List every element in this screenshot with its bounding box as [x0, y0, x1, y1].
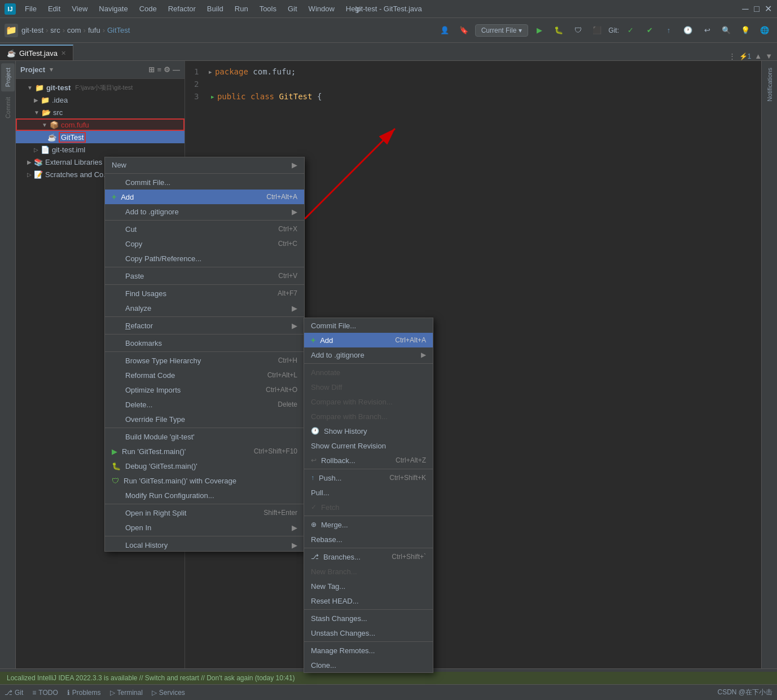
git-push-icon[interactable]: ↑: [661, 23, 677, 38]
bottom-git[interactable]: ⎇ Git: [5, 689, 23, 697]
submenu-reset-head[interactable]: Reset HEAD...: [304, 593, 433, 608]
tree-idea[interactable]: ▶ 📁 .idea: [16, 94, 185, 106]
submenu-commit[interactable]: Commit File...: [304, 318, 433, 333]
breadcrumb-fufu[interactable]: fufu: [88, 26, 100, 34]
menu-item-analyze[interactable]: Analyze ▶: [105, 301, 304, 315]
menu-item-local-history[interactable]: Local History ▶: [105, 538, 304, 552]
submenu-stash[interactable]: Stash Changes...: [304, 611, 433, 626]
menu-item-browse-hierarchy[interactable]: Browse Type Hierarchy Ctrl+H: [105, 353, 304, 368]
menu-item-commit-file[interactable]: Commit File...: [105, 175, 304, 190]
bookmark-icon[interactable]: 🔖: [456, 23, 472, 38]
tree-gittest[interactable]: ☕ GitTest: [16, 131, 185, 143]
commit-icon[interactable]: Commit: [1, 93, 15, 123]
git-history-icon[interactable]: 🕐: [680, 23, 696, 38]
menu-item-find-usages[interactable]: Find Usages Alt+F7: [105, 286, 304, 301]
bottom-services[interactable]: ▷ Services: [152, 689, 185, 697]
submenu-show-history[interactable]: 🕐 Show History: [304, 424, 433, 438]
tree-com-fufu[interactable]: ▼ 📦 com.fufu: [16, 118, 185, 131]
maximize-button[interactable]: □: [752, 5, 761, 14]
menu-item-modify-run[interactable]: Modify Run Configuration...: [105, 488, 304, 503]
tree-git-test[interactable]: ▼ 📁 git-test F:\java小项目\git-test: [16, 81, 185, 94]
menu-build[interactable]: Build: [203, 3, 228, 14]
menu-item-add[interactable]: + Add Ctrl+Alt+A: [105, 190, 304, 204]
breadcrumb-gittest[interactable]: GitTest: [107, 26, 130, 34]
git-rollback-icon[interactable]: ↩: [699, 23, 715, 38]
menu-file[interactable]: File: [20, 3, 41, 14]
submenu-add[interactable]: + Add Ctrl+Alt+A: [304, 333, 433, 347]
tab-options-icon[interactable]: ⋮: [728, 52, 736, 60]
menu-run[interactable]: Run: [230, 3, 253, 14]
breadcrumb-git-test[interactable]: git-test: [21, 26, 43, 34]
stop-icon[interactable]: ⬛: [589, 23, 605, 38]
menu-code[interactable]: Code: [135, 3, 161, 14]
submenu-push[interactable]: ↑ Push... Ctrl+Shift+K: [304, 470, 433, 485]
menu-item-run[interactable]: ▶ Run 'GitTest.main()' Ctrl+Shift+F10: [105, 444, 304, 459]
run-icon[interactable]: ▶: [532, 23, 547, 38]
breadcrumb-src[interactable]: src: [50, 26, 60, 34]
menu-item-optimize[interactable]: Optimize Imports Ctrl+Alt+O: [105, 382, 304, 397]
scroll-down-icon[interactable]: ▼: [765, 52, 772, 60]
minimize-button[interactable]: ─: [741, 5, 750, 14]
panel-icon-2[interactable]: ≡: [157, 65, 161, 74]
tree-git-test-iml[interactable]: ▷ 📄 git-test.iml: [16, 143, 185, 156]
submenu-manage-remotes[interactable]: Manage Remotes...: [304, 643, 433, 658]
profile-icon[interactable]: 👤: [437, 23, 453, 38]
bottom-terminal[interactable]: ▷ Terminal: [110, 689, 143, 697]
submenu-branches[interactable]: ⎇ Branches... Ctrl+Shift+`: [304, 549, 433, 564]
current-file-button[interactable]: Current File ▾: [475, 24, 529, 37]
menu-view[interactable]: View: [67, 3, 92, 14]
search-icon[interactable]: 🔍: [718, 23, 734, 38]
menu-item-new[interactable]: New ▶: [105, 157, 304, 172]
debug-icon[interactable]: 🐛: [551, 23, 567, 38]
notifications-label[interactable]: Notifications: [766, 63, 773, 106]
submenu-rebase[interactable]: Rebase...: [304, 532, 433, 547]
project-view-icon[interactable]: 📁: [5, 24, 18, 37]
menu-git[interactable]: Git: [283, 3, 302, 14]
menu-navigate[interactable]: Navigate: [94, 3, 132, 14]
submenu-clone[interactable]: Clone...: [304, 658, 433, 672]
notifications-icon[interactable]: 🌐: [757, 23, 772, 38]
menu-item-build-module[interactable]: Build Module 'git-test': [105, 429, 304, 444]
submenu-merge[interactable]: ⊕ Merge...: [304, 517, 433, 532]
tab-close-icon[interactable]: ✕: [61, 50, 66, 57]
scroll-up-icon[interactable]: ▲: [754, 52, 762, 60]
project-icon[interactable]: Project: [1, 63, 15, 91]
bottom-todo[interactable]: ≡ TODO: [32, 689, 58, 697]
menu-item-add-gitignore[interactable]: Add to .gitignore ▶: [105, 204, 304, 219]
menu-item-run-coverage[interactable]: 🛡 Run 'GitTest.main()' with Coverage: [105, 473, 304, 488]
submenu-rollback[interactable]: ↩ Rollback... Ctrl+Alt+Z: [304, 453, 433, 468]
tree-src[interactable]: ▼ 📂 src: [16, 106, 185, 118]
menu-item-bookmarks[interactable]: Bookmarks: [105, 336, 304, 350]
coverage-icon[interactable]: 🛡: [570, 23, 586, 38]
menu-item-paste[interactable]: Paste Ctrl+V: [105, 268, 304, 283]
menu-item-reformat[interactable]: Reformat Code Ctrl+Alt+L: [105, 368, 304, 382]
submenu-pull[interactable]: Pull...: [304, 485, 433, 500]
bottom-problems[interactable]: ℹ Problems: [67, 689, 101, 697]
submenu-new-tag[interactable]: New Tag...: [304, 579, 433, 593]
close-button[interactable]: ✕: [763, 5, 772, 14]
window-controls[interactable]: ─ □ ✕: [741, 5, 772, 14]
menu-refactor[interactable]: Refactor: [164, 3, 200, 14]
menu-item-open-right[interactable]: Open in Right Split Shift+Enter: [105, 505, 304, 520]
tab-gittest[interactable]: ☕ GitTest.java ✕: [0, 45, 73, 60]
panel-icon-4[interactable]: —: [173, 65, 180, 74]
menu-item-copy[interactable]: Copy Ctrl+C: [105, 236, 304, 251]
menu-item-cut[interactable]: Cut Ctrl+X: [105, 222, 304, 236]
panel-icon-1[interactable]: ⊞: [148, 65, 155, 74]
submenu-show-current-revision[interactable]: Show Current Revision: [304, 438, 433, 453]
submenu-add-gitignore[interactable]: Add to .gitignore ▶: [304, 347, 433, 362]
menu-item-copy-path[interactable]: Copy Path/Reference...: [105, 251, 304, 266]
submenu-unstash[interactable]: Unstash Changes...: [304, 626, 433, 640]
menu-window[interactable]: Window: [304, 3, 339, 14]
menu-item-debug[interactable]: 🐛 Debug 'GitTest.main()': [105, 459, 304, 473]
help-icon[interactable]: 💡: [738, 23, 753, 38]
git-check-icon[interactable]: ✓: [622, 23, 638, 38]
git-tick-icon[interactable]: ✔: [642, 23, 657, 38]
menu-item-override-filetype[interactable]: Override File Type: [105, 412, 304, 426]
menu-item-refactor[interactable]: Refactor ▶: [105, 318, 304, 333]
menu-item-delete[interactable]: Delete... Delete: [105, 397, 304, 412]
menu-tools[interactable]: Tools: [255, 3, 281, 14]
menu-edit[interactable]: Edit: [43, 3, 65, 14]
breadcrumb-com[interactable]: com: [67, 26, 81, 34]
panel-icon-3[interactable]: ⚙: [164, 65, 170, 74]
